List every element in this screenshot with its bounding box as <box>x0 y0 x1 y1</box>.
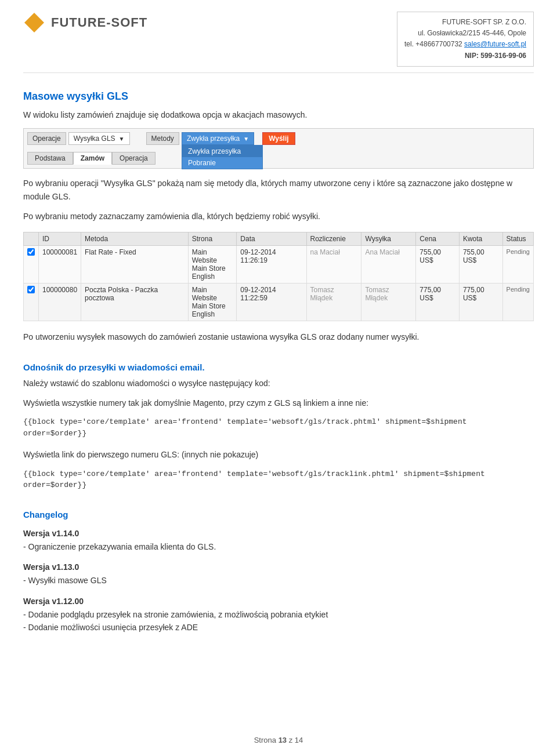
footer-text: Strona 13 z 14 <box>254 736 303 744</box>
row-billing: na Maciał <box>306 246 361 284</box>
changelog-item: - Dodanie podglądu przesyłek na stronie … <box>23 608 534 621</box>
row-checkbox[interactable] <box>24 284 39 321</box>
col-website: Strona <box>188 232 237 246</box>
section2-code2: {{block type='core/template' area='front… <box>23 468 534 491</box>
tabs-row: Podstawa Zamów Operacja <box>27 152 530 165</box>
section2-desc2: Wyświetla wszystkie numery tak jak domyś… <box>23 397 534 409</box>
row-website: Main WebsiteMain StoreEnglish <box>188 284 237 321</box>
section1-title: Masowe wysyłki GLS <box>23 90 534 103</box>
metody-label: Metody <box>146 132 179 145</box>
logo-area: FUTURE-SOFT <box>23 12 147 34</box>
zwykla-select[interactable]: Zwykła przesyłka ▼ <box>182 132 254 145</box>
row-method: Flat Rate - Fixed <box>81 246 189 284</box>
section2-desc1: Należy wstawić do szablonu wiadomości o … <box>23 377 534 390</box>
row-website: Main WebsiteMain StoreEnglish <box>188 246 237 284</box>
changelog-version-block: Wersja v1.12.00- Dodanie podglądu przesy… <box>23 597 534 634</box>
tab-zamow[interactable]: Zamów <box>73 152 112 165</box>
row-price1: 755,00 US$ <box>416 246 460 284</box>
wysylka-select[interactable]: Wysyłka GLS ▼ <box>68 132 130 145</box>
company-info: FUTURE-SOFT SP. Z O.O. ul. Gosławicka2/2… <box>397 12 534 67</box>
changelog-item: - Dodanie możliwości usunięcia przesyłek… <box>23 621 534 634</box>
changelog-version-block: Wersja v1.13.0- Wysyłki masowe GLS <box>23 562 534 587</box>
row-price2: 755,00 US$ <box>459 246 502 284</box>
changelog-title: Changelog <box>23 510 534 519</box>
col-shipping: Wysyłka <box>361 232 416 246</box>
row-status: Pending <box>502 284 533 321</box>
row-billing: Tomasz Młądek <box>306 284 361 321</box>
screenshot-toolbar: Operacje Wysyłka GLS ▼ Metody Zwykła prz… <box>23 128 534 169</box>
section2-code1: {{block type='core/template' area='front… <box>23 416 534 439</box>
col-price1: Cena <box>416 232 460 246</box>
row-date: 09-12-2014 11:26:19 <box>237 246 306 284</box>
row-shipping: Tomasz Młądek <box>361 284 416 321</box>
row-shipping: Ana Maciał <box>361 246 416 284</box>
col-checkbox <box>24 232 39 246</box>
company-name: FUTURE-SOFT SP. Z O.O. <box>404 17 526 28</box>
col-price2: Kwota <box>459 232 502 246</box>
dropdown-item-zwykla[interactable]: Zwykła przesyłka <box>182 146 262 157</box>
page-footer: Strona 13 z 14 <box>0 736 557 744</box>
changelog-version-block: Wersja v1.14.0- Ograniczenie przekazywan… <box>23 529 534 553</box>
zwykla-arrow-icon: ▼ <box>243 136 249 142</box>
dropdown-item-pobranie[interactable]: Pobranie <box>182 157 262 169</box>
changelog-versions: Wersja v1.14.0- Ograniczenie przekazywan… <box>23 529 534 634</box>
toolbar-area: Operacje Wysyłka GLS ▼ Metody Zwykła prz… <box>27 132 530 145</box>
row-id: 100000081 <box>39 246 81 284</box>
dropdown-menu: Zwykła przesyłka Pobranie <box>182 145 263 169</box>
version-label: Wersja v1.12.00 <box>23 597 534 606</box>
col-billing: Rozliczenie <box>306 232 361 246</box>
page-header: FUTURE-SOFT FUTURE-SOFT SP. Z O.O. ul. G… <box>23 12 534 73</box>
tab-podstawa[interactable]: Podstawa <box>27 152 73 165</box>
orders-table: ID Metoda Strona Data Rozliczenie Wysyłk… <box>23 232 534 321</box>
table-row: 100000081 Flat Rate - Fixed Main Website… <box>24 246 534 284</box>
section2-title: Odnośnik do przesyłki w wiadomości email… <box>23 362 534 372</box>
section1-desc1: Po wybraniu operacji "Wysyłka GLS" pokaż… <box>23 177 534 203</box>
tab-operacja[interactable]: Operacja <box>112 152 155 165</box>
logo-icon <box>23 12 45 34</box>
wysylij-button[interactable]: Wyślij <box>262 132 295 145</box>
section-changelog: Changelog Wersja v1.14.0- Ograniczenie p… <box>23 510 534 634</box>
company-phone: tel. +48667700732 sales@future-soft.pl <box>404 39 526 50</box>
col-id: ID <box>39 232 81 246</box>
section1-after-text: Po utworzeniu wysyłek masowych do zamówi… <box>23 330 534 343</box>
logo-text: FUTURE-SOFT <box>51 15 147 30</box>
select-arrow-icon: ▼ <box>119 136 125 142</box>
table-row: 100000080 Poczta Polska - Paczka pocztow… <box>24 284 534 321</box>
row-date: 09-12-2014 11:22:59 <box>237 284 306 321</box>
company-address: ul. Gosławicka2/215 45-446, Opole <box>404 28 526 39</box>
company-nip: NIP: 599-316-99-06 <box>404 50 526 61</box>
footer-current: 13 <box>278 736 287 744</box>
row-price1: 775,00 US$ <box>416 284 460 321</box>
section2-desc3: Wyświetla link do pierwszego numeru GLS:… <box>23 448 534 461</box>
section-masowe: Masowe wysyłki GLS W widoku listy zamówi… <box>23 90 534 344</box>
svg-marker-0 <box>24 13 44 32</box>
section-odnosnik: Odnośnik do przesyłki w wiadomości email… <box>23 362 534 491</box>
col-method: Metoda <box>81 232 189 246</box>
operacje-button[interactable]: Operacje <box>27 132 66 145</box>
row-checkbox[interactable] <box>24 246 39 284</box>
row-id: 100000080 <box>39 284 81 321</box>
section1-intro: W widoku listy zamówień znajduje się dod… <box>23 108 534 121</box>
col-date: Data <box>237 232 306 246</box>
row-status: Pending <box>502 246 533 284</box>
company-email-link[interactable]: sales@future-soft.pl <box>464 40 526 48</box>
col-status: Status <box>502 232 533 246</box>
row-method: Poczta Polska - Paczka pocztowa <box>81 284 189 321</box>
changelog-item: - Ograniczenie przekazywania emaila klie… <box>23 540 534 553</box>
changelog-item: - Wysyłki masowe GLS <box>23 574 534 587</box>
section1-desc2: Po wybraniu metody zaznaczamy zamówienia… <box>23 210 534 223</box>
version-label: Wersja v1.13.0 <box>23 562 534 572</box>
version-label: Wersja v1.14.0 <box>23 529 534 538</box>
row-price2: 775,00 US$ <box>459 284 502 321</box>
